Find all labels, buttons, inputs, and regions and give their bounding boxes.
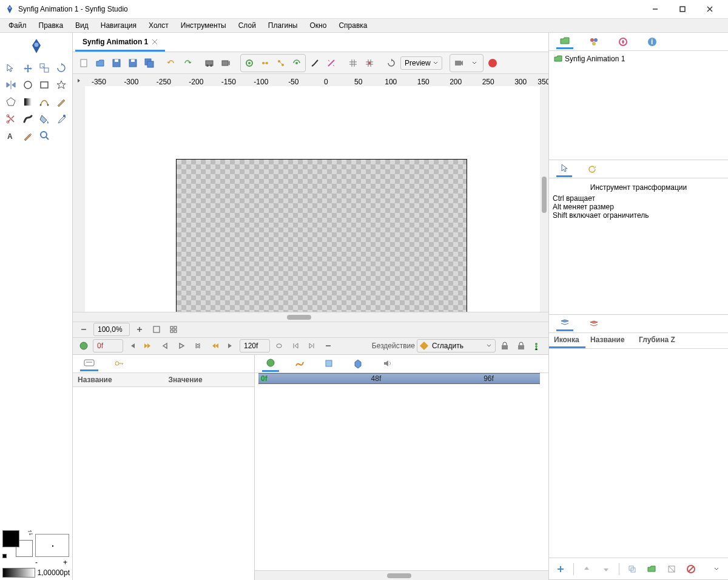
- zoom-in-button[interactable]: [132, 322, 147, 337]
- animate-mode-button[interactable]: [530, 339, 545, 353]
- layer-up-button[interactable]: [580, 562, 593, 576]
- zoom-tool[interactable]: [36, 127, 53, 144]
- save-all-button[interactable]: [142, 56, 157, 70]
- menu-navigation[interactable]: Навигация: [95, 19, 143, 32]
- past-keyframe-button[interactable]: [289, 56, 304, 70]
- menu-file[interactable]: Файл: [2, 19, 33, 32]
- render-dropdown[interactable]: [467, 56, 482, 70]
- timetrack-toggle[interactable]: [76, 339, 91, 353]
- layer-add-button[interactable]: [554, 562, 567, 576]
- draw-tool[interactable]: [53, 93, 70, 110]
- library-tab[interactable]: [585, 317, 602, 331]
- navigator-item[interactable]: Synfig Animation 1: [553, 53, 724, 64]
- width-tool[interactable]: [19, 110, 36, 127]
- params-col-name[interactable]: Название: [73, 373, 164, 386]
- sets-tab[interactable]: [349, 356, 366, 371]
- scale-tool[interactable]: [36, 59, 53, 76]
- seek-end-button[interactable]: [223, 339, 238, 353]
- params-tab-keyboard[interactable]: [80, 356, 98, 371]
- render-settings-button[interactable]: [451, 56, 466, 70]
- history-tab[interactable]: [320, 356, 337, 371]
- width-minus[interactable]: -: [35, 558, 38, 567]
- save-button[interactable]: [109, 56, 124, 70]
- polygon-tool[interactable]: [2, 93, 19, 110]
- end-frame-input[interactable]: 120f: [240, 339, 270, 352]
- seek-prev-frame-button[interactable]: [158, 339, 172, 353]
- grid-snap-button[interactable]: [362, 56, 377, 70]
- layer-delete-button[interactable]: [684, 562, 698, 576]
- maximize-button[interactable]: [669, 1, 696, 18]
- layer-menu-button[interactable]: [710, 562, 723, 576]
- text-tool[interactable]: A: [2, 127, 19, 144]
- seek-next-kf-button[interactable]: [207, 339, 221, 353]
- layers-tab[interactable]: [556, 316, 573, 331]
- seek-prev-kf-button[interactable]: [141, 339, 156, 353]
- onion-prev-button[interactable]: [242, 56, 257, 70]
- horizontal-ruler[interactable]: -350 -300 -250 -200 -150 -100 -50 0 50 1…: [85, 74, 548, 86]
- layer-down-button[interactable]: [599, 562, 613, 576]
- zoom-tiles-button[interactable]: [166, 322, 181, 337]
- mirror-tool[interactable]: [2, 76, 19, 93]
- tool-options-tab[interactable]: [556, 161, 572, 177]
- info-tab[interactable]: i: [644, 35, 661, 49]
- new-file-button[interactable]: [76, 56, 91, 70]
- vertical-scrollbar[interactable]: [540, 86, 548, 312]
- tool-history-tab[interactable]: [584, 163, 601, 176]
- rectangle-tool[interactable]: [36, 76, 53, 93]
- timeline-scrollbar[interactable]: [255, 570, 548, 580]
- params-tab-key[interactable]: [110, 357, 129, 370]
- menu-tools[interactable]: Инструменты: [175, 19, 232, 32]
- undo-button[interactable]: [164, 56, 178, 70]
- nav-compass-tab[interactable]: [615, 35, 632, 49]
- skeleton-button[interactable]: [308, 56, 322, 70]
- guides-button[interactable]: [324, 56, 339, 70]
- zoom-out-button[interactable]: [76, 322, 91, 337]
- menu-canvas[interactable]: Холст: [143, 19, 175, 32]
- timeline-ruler[interactable]: 0f 48f 96f: [258, 373, 540, 384]
- onion-next-button[interactable]: [258, 56, 272, 70]
- layer-duplicate-button[interactable]: [625, 562, 639, 576]
- menu-edit[interactable]: Правка: [33, 19, 70, 32]
- layers-col-depth[interactable]: Глубина Z: [634, 333, 728, 348]
- layer-cut-button[interactable]: [665, 562, 678, 576]
- palette-tab[interactable]: [585, 35, 602, 49]
- menu-window[interactable]: Окно: [304, 19, 333, 32]
- keyframe-lock-past-button[interactable]: [497, 339, 512, 353]
- cutout-tool[interactable]: [2, 110, 19, 127]
- menu-layer[interactable]: Слой: [232, 19, 262, 32]
- curves-tab[interactable]: [291, 356, 308, 371]
- zoom-fit-button[interactable]: [149, 322, 164, 337]
- current-frame-input[interactable]: 0f: [93, 339, 123, 352]
- open-file-button[interactable]: [93, 56, 107, 70]
- menu-view[interactable]: Вид: [69, 19, 95, 32]
- rotate-tool[interactable]: [53, 59, 70, 76]
- zoom-input[interactable]: 100,0%: [93, 323, 130, 336]
- transform-tool[interactable]: [2, 59, 19, 76]
- keyframe-lock-future-button[interactable]: [514, 339, 528, 353]
- vertical-ruler[interactable]: [73, 86, 85, 312]
- gradient-tool[interactable]: [19, 93, 36, 110]
- horizontal-scrollbar[interactable]: [73, 312, 548, 322]
- sketch-tool[interactable]: [19, 127, 36, 144]
- ruler-corner[interactable]: [73, 74, 85, 86]
- menu-plugins[interactable]: Плагины: [262, 19, 304, 32]
- navigator-tab[interactable]: [556, 34, 573, 49]
- canvas[interactable]: [85, 86, 548, 312]
- outline-color-swatch[interactable]: [2, 530, 19, 547]
- close-button[interactable]: [696, 1, 723, 18]
- menu-help[interactable]: Справка: [332, 19, 373, 32]
- seek-next-frame-button[interactable]: [190, 339, 205, 353]
- snap-keyframe-button[interactable]: [274, 56, 288, 70]
- refresh-button[interactable]: [384, 56, 399, 70]
- width-plus[interactable]: +: [63, 558, 67, 567]
- seek-start-button[interactable]: [125, 339, 140, 353]
- loop-button[interactable]: [272, 339, 286, 353]
- gradient-swatch[interactable]: [2, 568, 35, 578]
- preview-quality-select[interactable]: Preview: [400, 56, 442, 70]
- interpolation-select[interactable]: Сгладить: [417, 339, 496, 352]
- fill-tool[interactable]: [36, 110, 53, 127]
- bounds-clear-button[interactable]: [321, 339, 335, 353]
- document-tab[interactable]: Synfig Animation 1: [75, 34, 165, 52]
- star-tool[interactable]: [53, 76, 70, 93]
- sound-tab[interactable]: [379, 356, 396, 371]
